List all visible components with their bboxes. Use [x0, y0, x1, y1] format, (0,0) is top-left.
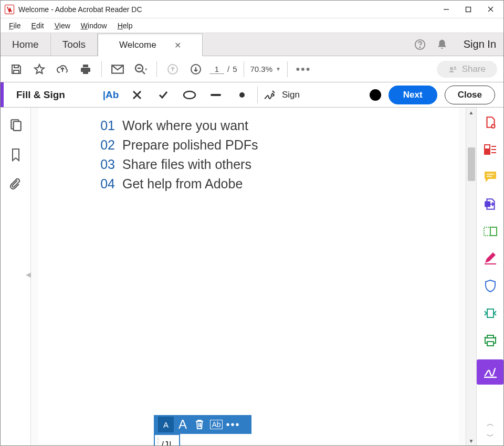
tab-close-icon[interactable]: ✕	[174, 40, 181, 50]
toc: 01Work where you want 02Prepare polished…	[38, 108, 458, 192]
document-area[interactable]: 01Work where you want 02Prepare polished…	[31, 108, 466, 445]
zoom-control[interactable]: 70.3% ▼	[250, 65, 281, 73]
scroll-down-icon[interactable]: ▼	[466, 436, 476, 445]
sign-tool[interactable]: Sign	[263, 89, 300, 101]
annotation-text-value: /J	[161, 440, 172, 446]
check-tool[interactable]	[150, 84, 176, 105]
tab-active-label: Welcome	[119, 40, 156, 50]
annotation-toolbar[interactable]: A A Ab •••	[154, 415, 251, 434]
toolbar: ▾ 1 / 5 70.3% ▼ ••• Share	[1, 56, 503, 82]
tab-home[interactable]: Home	[1, 33, 51, 56]
toc-row: 03Share files with others	[96, 157, 458, 172]
maximize-button[interactable]	[457, 2, 479, 17]
left-panel: ◀	[1, 108, 31, 445]
font-smaller-button[interactable]: A	[158, 417, 174, 432]
svg-rect-33	[487, 309, 494, 317]
svg-rect-29	[485, 202, 490, 207]
svg-point-12	[450, 67, 453, 70]
svg-rect-36	[487, 342, 494, 346]
page-current[interactable]: 1	[209, 65, 224, 74]
magnify-icon[interactable]: ▾	[131, 60, 150, 79]
tab-tools[interactable]: Tools	[51, 33, 98, 56]
toc-row: 01Work where you want	[96, 118, 458, 133]
annotation-text-input[interactable]: /J	[154, 434, 180, 445]
svg-point-5	[419, 47, 420, 47]
print-icon[interactable]	[76, 60, 95, 79]
close-button[interactable]: Close	[445, 86, 495, 104]
minimize-button[interactable]	[435, 2, 457, 17]
svg-rect-30	[484, 227, 490, 236]
create-pdf-icon[interactable]	[482, 114, 499, 131]
color-swatch[interactable]	[370, 89, 381, 101]
bell-icon[interactable]	[435, 38, 449, 51]
svg-point-16	[184, 91, 195, 99]
menu-view[interactable]: View	[49, 20, 76, 31]
line-tool[interactable]	[203, 84, 229, 105]
menu-edit[interactable]: Edit	[26, 20, 49, 31]
tab-row: Home Tools Welcome ✕ Sign In	[1, 33, 503, 56]
next-button[interactable]: Next	[388, 86, 437, 104]
menu-file[interactable]: File	[4, 20, 26, 31]
text-tool[interactable]: |Ab	[98, 84, 124, 105]
panel-down-icon[interactable]: ﹀	[487, 432, 494, 441]
thumbnails-icon[interactable]	[9, 118, 23, 132]
fill-sign-title: Fill & Sign	[1, 82, 98, 107]
svg-rect-17	[211, 94, 221, 96]
page-down-icon[interactable]	[186, 60, 205, 79]
fill-sign-tool-icon[interactable]	[477, 359, 503, 385]
save-icon[interactable]	[7, 60, 26, 79]
window-title: Welcome - Adobe Acrobat Reader DC	[18, 5, 142, 14]
cloud-upload-icon[interactable]	[53, 60, 72, 79]
font-larger-button[interactable]: A	[175, 417, 191, 432]
scroll-track[interactable]	[466, 117, 476, 436]
comment-icon[interactable]	[482, 168, 499, 185]
print-tool-icon[interactable]	[482, 332, 499, 349]
panel-up-icon[interactable]: ︿	[487, 419, 494, 429]
more-icon[interactable]: •••	[294, 60, 313, 79]
compress-icon[interactable]	[482, 305, 499, 322]
dot-tool[interactable]	[229, 84, 255, 105]
annotation-more-button[interactable]: •••	[225, 417, 241, 432]
page-up-icon[interactable]	[163, 60, 182, 79]
help-icon[interactable]	[413, 38, 427, 51]
organize-icon[interactable]	[482, 141, 499, 158]
style-button[interactable]: Ab	[208, 417, 224, 432]
x-tool[interactable]	[124, 84, 150, 105]
chevron-down-icon[interactable]: ▼	[276, 66, 281, 72]
toc-row: 04Get help from Adobe	[96, 176, 458, 192]
svg-rect-31	[490, 227, 497, 236]
delete-annotation-button[interactable]	[192, 417, 207, 432]
zoom-value: 70.3%	[250, 65, 273, 73]
svg-point-18	[239, 92, 245, 98]
edit-icon[interactable]	[482, 250, 499, 267]
toc-row: 02Prepare polished PDFs	[96, 137, 458, 153]
export-icon[interactable]	[482, 196, 499, 213]
share-button[interactable]: Share	[437, 61, 497, 78]
mail-icon[interactable]	[108, 60, 127, 79]
scroll-up-icon[interactable]: ▲	[466, 108, 476, 117]
vertical-scrollbar[interactable]: ▲ ▼	[466, 108, 476, 445]
menu-help[interactable]: Help	[112, 20, 138, 31]
menubar: File Edit View Window Help	[1, 18, 503, 33]
tab-active[interactable]: Welcome ✕	[98, 34, 203, 56]
app-icon	[5, 5, 14, 14]
page-sep: /	[227, 65, 229, 73]
close-window-button[interactable]	[479, 2, 501, 17]
attachment-icon[interactable]	[9, 178, 22, 192]
combine-icon[interactable]	[482, 223, 499, 240]
svg-rect-22	[485, 145, 490, 149]
svg-rect-20	[13, 122, 20, 131]
protect-icon[interactable]	[482, 278, 499, 294]
sign-in-button[interactable]: Sign In	[464, 38, 496, 50]
bookmark-icon[interactable]	[9, 147, 22, 162]
menu-window[interactable]: Window	[76, 20, 112, 31]
scroll-thumb[interactable]	[468, 147, 475, 181]
page-indicator[interactable]: 1 / 5	[209, 65, 237, 74]
circle-tool[interactable]	[176, 84, 203, 105]
sign-label: Sign	[282, 90, 300, 100]
drag-handle-icon[interactable]	[157, 438, 159, 445]
fill-sign-bar: Fill & Sign |Ab Sign Next Close	[1, 82, 503, 108]
star-icon[interactable]	[30, 60, 49, 79]
svg-rect-1	[466, 7, 471, 12]
titlebar: Welcome - Adobe Acrobat Reader DC	[1, 1, 503, 18]
